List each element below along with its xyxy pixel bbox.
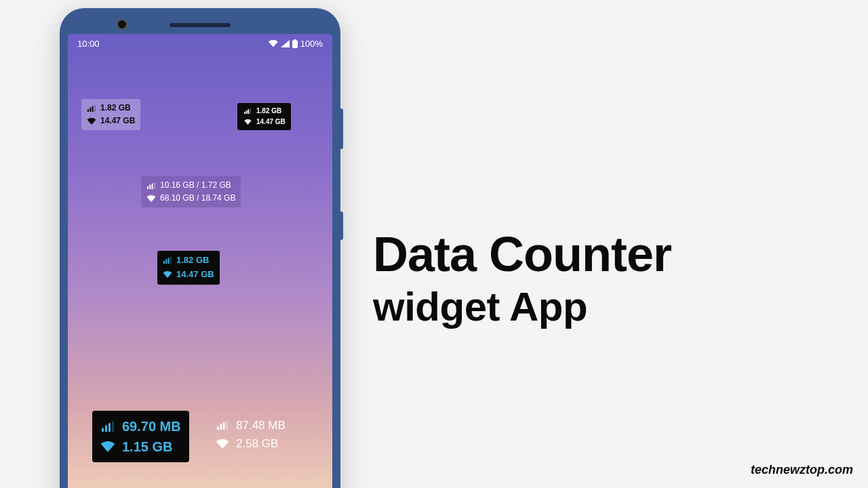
svg-rect-21 [112, 422, 114, 432]
phone-screen: 10:00 100% 1.82 GB [68, 34, 332, 488]
phone-side-button-2 [340, 211, 343, 240]
svg-rect-25 [226, 421, 228, 430]
signal-icon [281, 40, 290, 47]
widget-mobile-value: 1.82 GB [256, 106, 281, 117]
svg-rect-12 [152, 183, 153, 189]
widget-wifi-value: 14.47 GB [256, 117, 285, 127]
signal-icon [146, 182, 156, 189]
widget-mobile-value: 69.70 MB [122, 416, 181, 436]
watermark: technewztop.com [751, 463, 853, 477]
wifi-icon [269, 40, 278, 47]
data-widget-dark-small[interactable]: 1.82 GB 14.47 GB [237, 103, 291, 130]
svg-rect-14 [163, 261, 165, 264]
speaker-grille [170, 23, 231, 27]
widget-wifi-value: 14.47 GB [176, 268, 214, 282]
status-time: 10:00 [77, 39, 100, 49]
title-line-1: Data Counter [373, 229, 671, 281]
signal-icon [87, 105, 96, 112]
svg-rect-24 [223, 422, 225, 430]
widget-wifi-value: 1.15 GB [122, 436, 172, 457]
svg-rect-20 [108, 423, 111, 432]
svg-rect-8 [248, 109, 249, 114]
svg-rect-22 [217, 426, 219, 430]
camera-icon [117, 19, 127, 30]
svg-rect-10 [147, 186, 149, 189]
widget-wifi-value: 14.47 GB [100, 115, 135, 127]
phone-frame: 10:00 100% 1.82 GB [60, 8, 340, 488]
wifi-icon [243, 119, 252, 125]
svg-rect-0 [292, 40, 298, 48]
signal-icon [243, 108, 252, 114]
widget-wifi-value: 68.10 GB / 18.74 GB [160, 192, 235, 205]
status-bar: 10:00 100% [68, 34, 332, 53]
title-block: Data Counter widget App [373, 229, 671, 330]
phone-bezel-top [68, 16, 332, 34]
widget-mobile-value: 10.16 GB / 1.72 GB [160, 179, 231, 192]
svg-rect-9 [250, 108, 251, 114]
wifi-icon [100, 441, 115, 452]
wifi-icon [163, 271, 172, 278]
svg-rect-19 [105, 425, 107, 432]
data-widget-plain-white[interactable]: 87.48 MB 2.58 GB [210, 413, 291, 455]
svg-rect-6 [244, 112, 245, 114]
svg-rect-3 [90, 107, 91, 112]
svg-rect-4 [92, 106, 94, 112]
wifi-icon [216, 439, 229, 449]
phone-side-button [340, 108, 343, 149]
data-widget-large-cyan[interactable]: 69.70 MB 1.15 GB [92, 411, 189, 462]
widget-wifi-value: 2.58 GB [236, 434, 278, 453]
svg-rect-5 [94, 105, 96, 112]
svg-rect-11 [149, 184, 151, 189]
svg-rect-23 [220, 424, 222, 430]
data-widget-cyan[interactable]: 1.82 GB 14.47 GB [157, 251, 220, 285]
data-widget-light[interactable]: 1.82 GB 14.47 GB [81, 99, 140, 130]
svg-rect-17 [170, 257, 172, 264]
svg-rect-16 [168, 258, 170, 264]
signal-icon [163, 257, 172, 264]
widget-mobile-value: 87.48 MB [236, 416, 285, 434]
title-line-2: widget App [373, 283, 671, 330]
wifi-icon [87, 118, 96, 125]
data-widget-purple[interactable]: 10.16 GB / 1.72 GB 68.10 GB / 18.74 GB [141, 176, 241, 207]
signal-icon [100, 422, 115, 432]
svg-rect-1 [294, 39, 296, 41]
wifi-icon [146, 195, 156, 202]
svg-rect-13 [154, 182, 155, 189]
battery-icon [292, 39, 298, 48]
widget-mobile-value: 1.82 GB [176, 253, 209, 268]
svg-rect-18 [102, 428, 104, 432]
svg-rect-2 [87, 109, 89, 112]
signal-icon [216, 421, 229, 430]
status-right: 100% [269, 39, 323, 49]
widget-mobile-value: 1.82 GB [100, 102, 131, 115]
svg-rect-7 [246, 110, 248, 114]
svg-rect-15 [165, 260, 167, 264]
status-battery-text: 100% [300, 39, 323, 49]
